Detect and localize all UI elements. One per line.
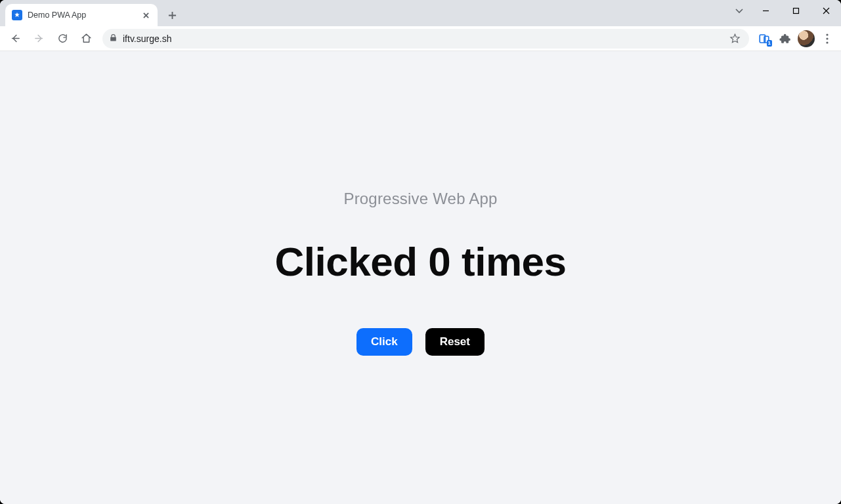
counter-heading: Clicked 0 times [275, 238, 567, 285]
browser-tab[interactable]: Demo PWA App [5, 4, 158, 26]
svg-point-3 [826, 33, 828, 35]
svg-point-5 [826, 41, 828, 43]
page-content: Progressive Web App Clicked 0 times Clic… [275, 190, 567, 356]
url-text[interactable]: iftv.surge.sh [123, 33, 722, 44]
click-button[interactable]: Click [356, 328, 412, 356]
reset-button[interactable]: Reset [425, 328, 485, 356]
window-controls [728, 0, 841, 21]
button-row: Click Reset [275, 328, 567, 356]
page-viewport: Progressive Web App Clicked 0 times Clic… [0, 51, 841, 504]
svg-point-4 [826, 37, 828, 39]
page-subtitle: Progressive Web App [275, 190, 567, 208]
window-maximize-button[interactable] [781, 0, 811, 21]
nav-home-button[interactable] [75, 29, 97, 49]
tab-search-button[interactable] [728, 0, 750, 21]
titlebar: Demo PWA App [0, 0, 841, 26]
address-bar[interactable]: iftv.surge.sh [102, 29, 749, 49]
profile-avatar-button[interactable] [798, 30, 815, 47]
bookmark-star-button[interactable] [727, 33, 743, 44]
window-close-button[interactable] [811, 0, 841, 21]
tab-title: Demo PWA App [28, 10, 135, 20]
extension-badge: 1 [767, 40, 772, 47]
lock-icon [109, 33, 118, 45]
tab-close-button[interactable] [140, 10, 151, 20]
svg-rect-0 [793, 8, 798, 13]
chrome-menu-button[interactable] [817, 29, 837, 49]
extensions-button[interactable] [775, 29, 795, 49]
nav-reload-button[interactable] [51, 29, 74, 49]
new-tab-button[interactable] [163, 6, 181, 24]
toolbar: iftv.surge.sh 1 [0, 26, 841, 51]
nav-forward-button[interactable] [28, 29, 50, 49]
browser-window: Demo PWA App [0, 0, 841, 504]
window-minimize-button[interactable] [750, 0, 781, 21]
tab-favicon-icon [12, 10, 22, 20]
nav-back-button[interactable] [4, 29, 26, 49]
devtools-extension-button[interactable]: 1 [754, 29, 774, 49]
